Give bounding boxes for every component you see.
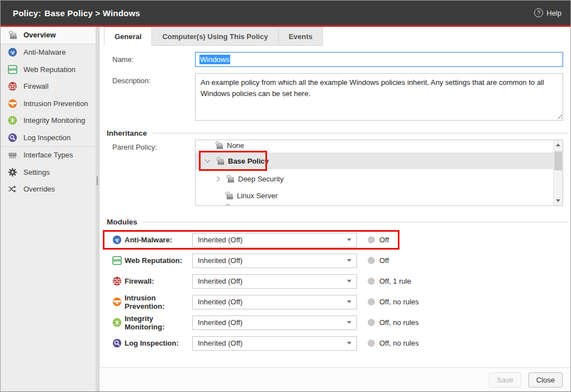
description-textarea[interactable]: An example policy from which all the exa… xyxy=(195,73,563,121)
log-inspection-icon xyxy=(112,338,122,348)
save-button[interactable]: Save xyxy=(489,372,521,388)
anti-malware-icon xyxy=(8,47,17,57)
policy-icon xyxy=(8,30,17,40)
module-label: Web Reputation: xyxy=(112,256,192,265)
dropdown-caret-icon xyxy=(347,342,351,345)
dropdown-caret-icon xyxy=(347,321,351,324)
sidebar-item-firewall[interactable]: Firewall xyxy=(1,78,96,95)
intrusion-prevention-icon xyxy=(8,99,17,108)
web-reputation-icon xyxy=(112,256,122,265)
status-dot-icon xyxy=(368,319,375,326)
modules-section-heading: Modules xyxy=(107,217,568,226)
inheritance-section-heading: Inheritance xyxy=(107,128,568,137)
log-inspection-icon xyxy=(8,133,17,142)
title-prefix: Policy: xyxy=(13,8,41,18)
tree-item-base-policy[interactable]: Base Policy xyxy=(196,152,553,169)
sidebar-item-label: Integrity Monitoring xyxy=(23,116,85,125)
close-button[interactable]: Close xyxy=(529,372,563,388)
firewall-icon xyxy=(112,276,122,286)
sidebar-item-label: Log Inspection xyxy=(23,133,71,142)
module-row-integrity-monitoring: Integrity Monitoring: Inherited (Off) Of… xyxy=(112,312,563,333)
scrollbar-thumb[interactable] xyxy=(554,151,562,170)
web-reputation-icon xyxy=(8,65,17,74)
tab-general[interactable]: General xyxy=(104,27,152,46)
name-input[interactable]: Windows xyxy=(195,52,563,67)
tree-item-none[interactable]: None xyxy=(196,140,553,152)
sidebar-item-label: Web Reputation xyxy=(23,65,75,74)
status-dot-icon xyxy=(368,298,375,305)
sidebar-item-label: Settings xyxy=(23,168,50,176)
sidebar-item-overview[interactable]: Overview xyxy=(1,27,96,44)
integrity-monitoring-state-dropdown[interactable]: Inherited (Off) xyxy=(192,315,357,330)
sidebar-item-label: Overview xyxy=(23,31,56,39)
dropdown-caret-icon xyxy=(347,259,351,262)
anti-malware-icon xyxy=(112,235,122,245)
sidebar-item-integrity-monitoring[interactable]: Integrity Monitoring xyxy=(1,112,96,130)
name-label: Name: xyxy=(112,52,195,67)
listbox-scrollbar[interactable] xyxy=(553,140,563,205)
sidebar-item-intrusion-prevention[interactable]: Intrusion Prevention xyxy=(1,95,96,112)
policy-icon xyxy=(215,156,225,166)
sidebar-item-label: Intrusion Prevention xyxy=(23,99,88,108)
tab-events[interactable]: Events xyxy=(279,27,323,46)
module-status-text: Off, no rules xyxy=(379,339,419,347)
module-label: Anti-Malware: xyxy=(112,235,192,245)
module-row-anti-malware: Anti-Malware: Inherited (Off) Off xyxy=(112,230,563,250)
module-status-text: Off xyxy=(379,236,389,244)
chevron-down-icon[interactable] xyxy=(204,160,211,162)
module-label: Log Inspection: xyxy=(112,338,192,348)
scroll-down-arrow-icon[interactable] xyxy=(554,196,563,205)
help-link[interactable]: ? Help xyxy=(534,8,562,17)
dropdown-caret-icon xyxy=(347,238,351,241)
status-dot-icon xyxy=(368,257,375,264)
sidebar-item-settings[interactable]: Settings xyxy=(1,164,96,181)
status-dot-icon xyxy=(368,278,375,285)
main-panel: General Computer(s) Using This Policy Ev… xyxy=(99,27,570,391)
module-status-text: Off xyxy=(379,256,389,265)
module-label: Integrity Monitoring: xyxy=(112,314,192,331)
policy-icon xyxy=(224,203,234,207)
parent-policy-listbox: None Base Policy Deep Security xyxy=(195,140,563,206)
sidebar-item-label: Interface Types xyxy=(23,151,73,159)
chevron-right-icon[interactable] xyxy=(214,177,221,181)
help-label: Help xyxy=(546,9,562,17)
dropdown-caret-icon xyxy=(347,300,351,303)
sidebar-item-overrides[interactable]: Overrides xyxy=(1,181,96,198)
sidebar-item-label: Overrides xyxy=(23,185,55,193)
firewall-state-dropdown[interactable]: Inherited (Off) xyxy=(192,274,357,289)
policy-icon xyxy=(224,191,234,200)
general-tab-content: Name: Windows Description: An example po… xyxy=(99,46,570,367)
status-dot-icon xyxy=(368,340,375,347)
parent-policy-label: Parent Policy: xyxy=(112,140,195,206)
module-row-log-inspection: Log Inspection: Inherited (Off) Off, no … xyxy=(112,333,563,353)
web-reputation-state-dropdown[interactable]: Inherited (Off) xyxy=(192,254,357,268)
policy-icon xyxy=(214,141,223,150)
firewall-icon xyxy=(8,82,17,91)
status-dot-icon xyxy=(368,236,375,243)
log-inspection-state-dropdown[interactable]: Inherited (Off) xyxy=(192,336,357,351)
interface-types-icon xyxy=(8,150,17,160)
tree-item-deep-security[interactable]: Deep Security xyxy=(196,171,553,186)
anti-malware-state-dropdown[interactable]: Inherited (Off) xyxy=(192,233,357,247)
sidebar-item-interface-types[interactable]: Interface Types xyxy=(1,147,96,164)
sidebar: Overview Anti-Malware Web Reputation Fir… xyxy=(1,27,96,391)
page-title: Policy:Base Policy > Windows xyxy=(13,8,140,18)
sidebar-item-web-reputation[interactable]: Web Reputation xyxy=(1,61,96,78)
sidebar-item-log-inspection[interactable]: Log Inspection xyxy=(1,129,96,146)
help-icon: ? xyxy=(534,8,543,17)
scroll-up-arrow-icon[interactable] xyxy=(554,140,563,150)
settings-gear-icon xyxy=(8,168,17,177)
policy-editor-window: Policy:Base Policy > Windows ? Help Over… xyxy=(0,0,571,392)
sidebar-splitter[interactable] xyxy=(96,27,99,391)
integrity-monitoring-icon xyxy=(8,116,17,125)
module-label: Intrusion Prevention: xyxy=(112,294,192,310)
policy-icon xyxy=(225,174,235,184)
tree-item-partial[interactable] xyxy=(196,200,553,206)
sidebar-item-anti-malware[interactable]: Anti-Malware xyxy=(1,44,96,61)
intrusion-prevention-state-dropdown[interactable]: Inherited (Off) xyxy=(192,295,357,309)
titlebar: Policy:Base Policy > Windows ? Help xyxy=(1,1,570,25)
module-row-intrusion-prevention: Intrusion Prevention: Inherited (Off) Of… xyxy=(112,291,563,312)
tab-computers-using-policy[interactable]: Computer(s) Using This Policy xyxy=(152,27,278,46)
tab-bar: General Computer(s) Using This Policy Ev… xyxy=(99,27,570,46)
module-status-text: Off, no rules xyxy=(379,318,419,327)
